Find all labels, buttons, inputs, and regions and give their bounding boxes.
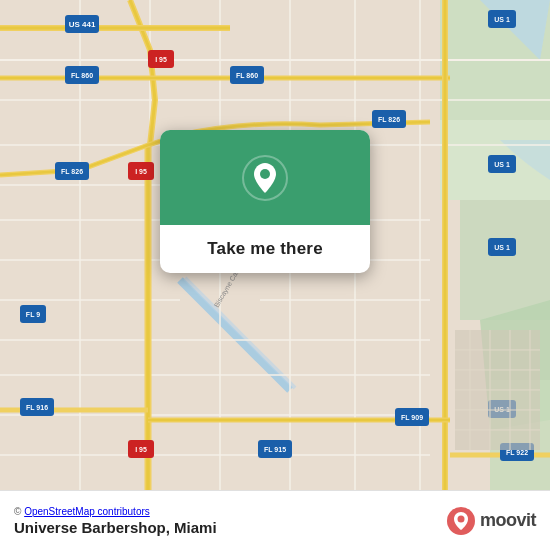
svg-text:FL 915: FL 915 <box>264 446 286 453</box>
footer-info: © OpenStreetMap contributors Universe Ba… <box>14 506 217 536</box>
svg-text:US 1: US 1 <box>494 16 510 23</box>
popup-header <box>160 130 370 225</box>
moovit-logo[interactable]: moovit <box>446 506 536 536</box>
place-name: Universe Barbershop, Miami <box>14 519 217 536</box>
svg-text:FL 826: FL 826 <box>378 116 400 123</box>
svg-text:I 95: I 95 <box>155 56 167 63</box>
svg-text:FL 909: FL 909 <box>401 414 423 421</box>
osm-attribution: © OpenStreetMap contributors <box>14 506 217 517</box>
moovit-icon <box>446 506 476 536</box>
location-popup[interactable]: Take me there <box>160 130 370 273</box>
attribution-prefix: © <box>14 506 21 517</box>
location-pin-icon <box>242 155 288 201</box>
svg-text:FL 860: FL 860 <box>236 72 258 79</box>
svg-text:FL 826: FL 826 <box>61 168 83 175</box>
footer-bar: © OpenStreetMap contributors Universe Ba… <box>0 490 550 550</box>
take-me-there-label: Take me there <box>207 239 323 258</box>
svg-text:FL 9: FL 9 <box>26 311 40 318</box>
svg-text:US 441: US 441 <box>69 20 96 29</box>
svg-rect-3 <box>460 200 550 320</box>
svg-point-84 <box>260 169 270 179</box>
svg-text:FL 922: FL 922 <box>506 449 528 456</box>
popup-body[interactable]: Take me there <box>189 225 341 273</box>
moovit-text: moovit <box>480 510 536 531</box>
svg-text:I 95: I 95 <box>135 168 147 175</box>
svg-text:I 95: I 95 <box>135 446 147 453</box>
svg-text:US 1: US 1 <box>494 244 510 251</box>
svg-point-86 <box>457 515 464 522</box>
svg-text:US 1: US 1 <box>494 161 510 168</box>
svg-text:FL 916: FL 916 <box>26 404 48 411</box>
svg-text:FL 860: FL 860 <box>71 72 93 79</box>
map-area: US 441 I 95 US 1 FL 860 FL 860 FL 826 I … <box>0 0 550 490</box>
osm-link[interactable]: OpenStreetMap contributors <box>24 506 150 517</box>
